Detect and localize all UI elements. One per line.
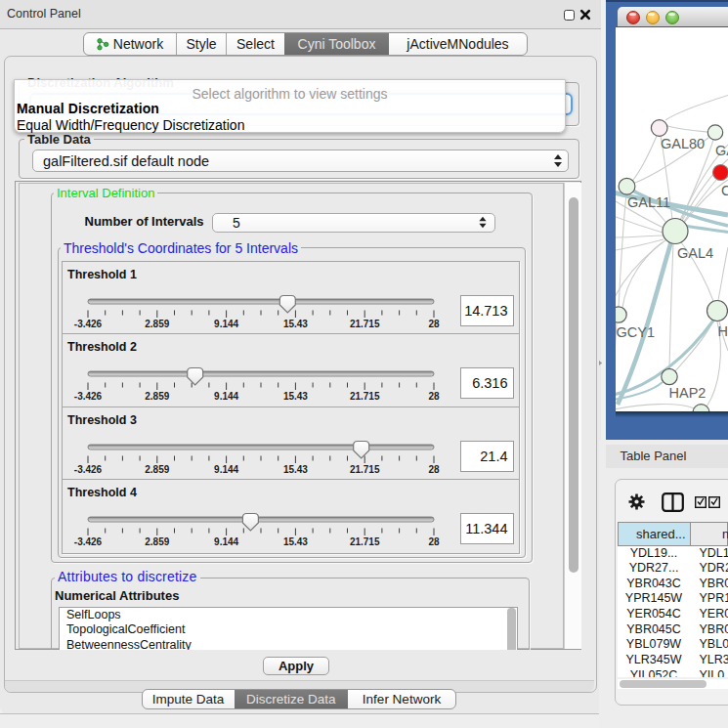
svg-text:28: 28 — [428, 464, 440, 475]
svg-text:9.144: 9.144 — [214, 319, 238, 329]
svg-text:-3.426: -3.426 — [74, 464, 103, 475]
svg-text:2.859: 2.859 — [145, 464, 169, 475]
svg-text:15.43: 15.43 — [283, 319, 308, 329]
svg-text:GAL4: GAL4 — [677, 245, 713, 261]
svg-text:28: 28 — [428, 319, 440, 329]
svg-text:HAP2: HAP2 — [669, 385, 707, 401]
svg-text:-3.426: -3.426 — [74, 536, 103, 547]
svg-text:GAL80: GAL80 — [661, 136, 705, 151]
svg-text:15.43: 15.43 — [283, 391, 308, 402]
svg-text:15.43: 15.43 — [283, 464, 308, 475]
svg-text:2.859: 2.859 — [145, 319, 169, 329]
svg-text:21.715: 21.715 — [350, 536, 380, 547]
svg-text:GAL11: GAL11 — [627, 194, 670, 210]
svg-text:28: 28 — [428, 391, 440, 402]
svg-text:21.715: 21.715 — [350, 391, 380, 402]
svg-text:2.859: 2.859 — [145, 391, 169, 402]
svg-text:28: 28 — [428, 536, 440, 547]
svg-text:GA: GA — [715, 143, 728, 158]
svg-text:-3.426: -3.426 — [74, 319, 103, 329]
svg-text:9.144: 9.144 — [214, 536, 238, 547]
svg-text:21.715: 21.715 — [350, 464, 380, 475]
svg-text:C: C — [721, 183, 728, 198]
svg-text:9.144: 9.144 — [214, 391, 238, 402]
svg-text:15.43: 15.43 — [283, 536, 308, 547]
svg-text:GCY1: GCY1 — [617, 324, 656, 340]
svg-text:H: H — [718, 323, 728, 339]
svg-text:9.144: 9.144 — [214, 464, 238, 475]
svg-text:-3.426: -3.426 — [74, 391, 103, 402]
svg-text:2.859: 2.859 — [145, 536, 169, 547]
svg-text:21.715: 21.715 — [350, 319, 380, 329]
